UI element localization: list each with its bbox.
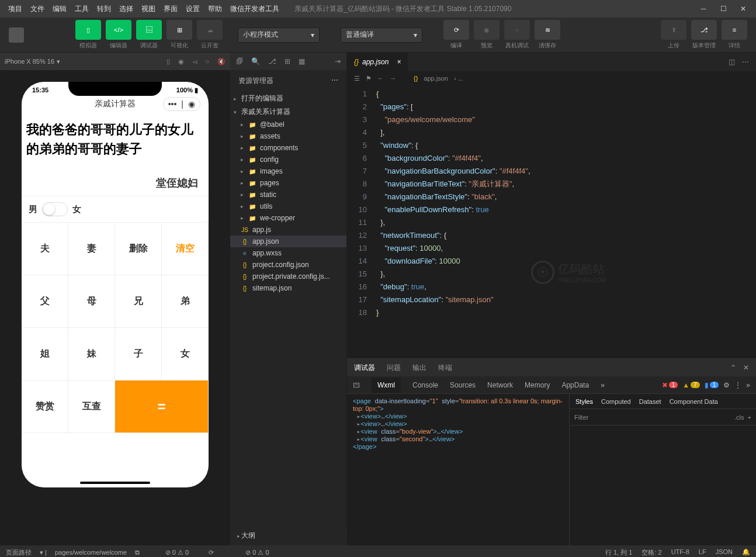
menu-goto[interactable]: 转到: [93, 2, 115, 16]
subtab-network[interactable]: Network: [487, 381, 513, 389]
file-app-js[interactable]: JSapp.js: [230, 224, 346, 236]
spaces[interactable]: 空格: 2: [641, 548, 661, 557]
more-tabs-icon[interactable]: »: [601, 381, 605, 389]
dt-close-icon[interactable]: ✕: [743, 364, 749, 372]
add-style-icon[interactable]: +: [748, 414, 751, 421]
open-editors[interactable]: 打开的编辑器: [230, 92, 346, 105]
record-icon[interactable]: ◉: [178, 58, 184, 65]
minimize-button[interactable]: ─: [695, 2, 712, 15]
code-editor[interactable]: 123456789101112131415161718 { "pages": […: [347, 85, 756, 358]
more-icon[interactable]: ⋯: [331, 76, 338, 86]
cache-button[interactable]: ≋: [535, 20, 560, 40]
outline-section[interactable]: 大纲: [237, 531, 255, 541]
breadcrumb-file[interactable]: app.json: [424, 75, 448, 82]
visual-button[interactable]: ⊞: [167, 20, 192, 40]
key-reverse[interactable]: 互查: [68, 380, 115, 433]
device-icon[interactable]: ▯: [167, 58, 170, 65]
filter-input[interactable]: Filter: [574, 414, 588, 421]
bc-bookmark-icon[interactable]: ⚑: [366, 75, 372, 82]
file-app-wxss[interactable]: ≡app.wxss: [230, 247, 346, 259]
subtab-wxml[interactable]: Wxml: [372, 378, 401, 393]
key-younger-sister[interactable]: 妹: [68, 328, 115, 380]
mode-select[interactable]: 小程序模式▾: [238, 27, 320, 43]
menu-tool[interactable]: 工具: [71, 2, 92, 16]
compile-select[interactable]: 普通编译▾: [341, 27, 422, 43]
kebab-icon[interactable]: ⋮: [734, 381, 741, 389]
folder-static[interactable]: 📁static: [230, 189, 346, 200]
key-daughter[interactable]: 女: [162, 328, 209, 380]
folder-pages[interactable]: 📁pages: [230, 177, 346, 189]
file-project-config[interactable]: {}project.config.json: [230, 259, 346, 271]
detail-button[interactable]: ≡: [722, 20, 747, 40]
editor-button[interactable]: </>: [106, 20, 131, 40]
compdata-tab[interactable]: Component Data: [670, 398, 718, 405]
folder-babel[interactable]: 📁@babel: [230, 119, 346, 130]
err-counts[interactable]: ⊘ 0 ⚠ 0: [165, 549, 189, 556]
key-elder-brother[interactable]: 兄: [115, 275, 162, 328]
key-reward[interactable]: 赞赏: [22, 380, 68, 433]
close-button[interactable]: ✕: [735, 2, 751, 15]
dataset-tab[interactable]: Dataset: [639, 398, 661, 405]
remote-button[interactable]: ⟐: [504, 20, 530, 40]
folder-images[interactable]: 📁images: [230, 165, 346, 177]
bc-back-icon[interactable]: ←: [377, 75, 384, 82]
maximize-button[interactable]: ☐: [715, 2, 731, 15]
login-icon[interactable]: ⇥: [335, 57, 341, 65]
wxml-tree[interactable]: <page data-insertloading="1" style="tran…: [347, 394, 569, 545]
preview-button[interactable]: ◉: [474, 20, 500, 40]
branch-icon[interactable]: ⎇: [268, 57, 276, 65]
search-icon[interactable]: 🔍: [251, 57, 260, 65]
gender-toggle[interactable]: [42, 202, 68, 216]
menu-interface[interactable]: 界面: [160, 2, 181, 16]
folder-we-cropper[interactable]: 📁we-cropper: [230, 212, 346, 224]
avatar[interactable]: [9, 27, 24, 43]
folder-utils[interactable]: 📁utils: [230, 200, 346, 212]
project-root[interactable]: 亲戚关系计算器: [230, 105, 346, 119]
compile-button[interactable]: ⟳: [443, 20, 469, 40]
expand-icon[interactable]: »: [746, 381, 750, 389]
key-elder-sister[interactable]: 姐: [22, 328, 68, 380]
cursor-pos[interactable]: 行 1, 列 1: [605, 548, 632, 557]
key-younger-brother[interactable]: 弟: [162, 275, 209, 328]
file-sitemap[interactable]: {}sitemap.json: [230, 282, 346, 294]
file-app-json[interactable]: {}app.json: [230, 236, 346, 247]
split-icon[interactable]: ◫: [729, 58, 735, 66]
editor-tab[interactable]: {}app.json×: [347, 53, 408, 71]
key-husband[interactable]: 夫: [22, 223, 68, 275]
bell-icon[interactable]: 🔔: [742, 548, 750, 557]
menu-view[interactable]: 视图: [138, 2, 159, 16]
inspect-icon[interactable]: ⮹: [353, 381, 360, 389]
folder-config[interactable]: 📁config: [230, 154, 346, 165]
key-mother[interactable]: 母: [68, 275, 115, 328]
capsule[interactable]: •••|◉: [163, 97, 200, 111]
menu-select[interactable]: 选择: [116, 2, 137, 16]
subtab-appdata[interactable]: AppData: [561, 381, 589, 389]
dt-tab-debugger[interactable]: 调试器: [354, 363, 375, 373]
styles-tab[interactable]: Styles: [575, 398, 593, 405]
dt-up-icon[interactable]: ⌃: [730, 364, 736, 372]
mute-icon[interactable]: 🔇: [217, 58, 226, 65]
menu-edit[interactable]: 编辑: [49, 2, 70, 16]
close-tab-icon[interactable]: ×: [397, 58, 401, 66]
key-equals[interactable]: =: [115, 380, 209, 433]
back-icon[interactable]: ◅: [192, 58, 197, 65]
dt-tab-problems[interactable]: 问题: [387, 363, 401, 373]
upload-button[interactable]: ⬆: [661, 20, 686, 40]
key-delete[interactable]: 删除: [115, 223, 162, 275]
gear-icon[interactable]: ⚙: [723, 381, 730, 389]
simulator-button[interactable]: ▯: [75, 20, 101, 40]
ext-icon[interactable]: ⊞: [285, 57, 290, 65]
menu-settings[interactable]: 设置: [182, 2, 203, 16]
menu-help[interactable]: 帮助: [204, 2, 226, 16]
subtab-sources[interactable]: Sources: [450, 381, 476, 389]
bc-list-icon[interactable]: ☰: [354, 75, 360, 82]
device-info[interactable]: iPhone X 85% 16: [5, 58, 54, 65]
dt-tab-terminal[interactable]: 终端: [438, 363, 452, 373]
lang[interactable]: JSON: [716, 548, 733, 557]
copy-icon[interactable]: ⧉: [135, 549, 140, 556]
version-button[interactable]: ⎇: [691, 20, 717, 40]
menu-project[interactable]: 项目: [5, 2, 26, 16]
subtab-console[interactable]: Console: [412, 381, 438, 389]
ext2-icon[interactable]: ▦: [299, 57, 305, 65]
subtab-memory[interactable]: Memory: [525, 381, 550, 389]
